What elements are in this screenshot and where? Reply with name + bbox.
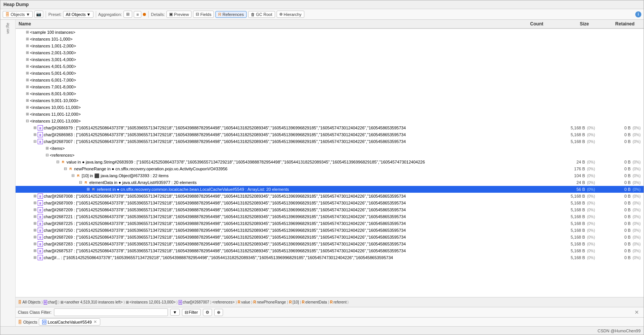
table-row[interactable]: ⊞ <items> <box>16 145 644 152</box>
table-row[interactable]: ⊞ II char[]#2687209 : ["1605142525086437… <box>16 206 644 213</box>
expand-icon[interactable]: ⊞ <box>32 207 38 212</box>
expand-icon[interactable]: ⊞ <box>25 64 30 69</box>
table-row[interactable]: ⊞ II char[]#2686979 : ["1605142525086437… <box>16 124 644 131</box>
bc-another[interactable]: ⊞ <another 4,519,310 instances left> <box>60 300 123 304</box>
bc-referent[interactable]: R referent <box>330 300 347 304</box>
table-row[interactable]: ⊟ R elementData in ● java.util.ArrayList… <box>16 179 644 186</box>
expand-icon[interactable]: ⊞ <box>25 43 30 49</box>
table-row[interactable]: ⊞ <instances 3,001-4,000> <box>16 56 644 63</box>
table-row-selected[interactable]: ⊞ R referent in ● cn.sffix.recovery.comm… <box>16 186 644 193</box>
table-row[interactable]: ⊟ <instances 12,001-13,000> <box>16 118 644 124</box>
table-row[interactable]: ⊞ II char[]#2686983 : ["1605142525086437… <box>16 131 644 138</box>
table-row[interactable]: ⊞ <instances 11,001-12,000> <box>16 111 644 118</box>
expand-icon[interactable]: ⊞ <box>85 187 91 192</box>
table-row[interactable]: ⊞ II char[]#2687269 : ["1605142525086437… <box>16 234 644 241</box>
table-row[interactable]: ⊞ <instances 10,001-11,000> <box>16 104 644 111</box>
expand-icon[interactable]: ⊞ <box>32 234 38 240</box>
table-row[interactable]: ⊟ R value in ● java.lang.String#2683939 … <box>16 159 644 165</box>
table-row[interactable]: ⊞ <instances 7,001-8,000> <box>16 83 644 90</box>
bc-new-phone-range[interactable]: R newPhoneRange <box>253 300 286 304</box>
snapshot-button[interactable]: 📷 <box>34 11 43 18</box>
collapse-icon[interactable]: ⊟ <box>70 173 76 178</box>
expand-icon[interactable]: ⊞ <box>25 84 30 90</box>
expand-icon[interactable]: ⊞ <box>25 91 30 96</box>
expand-icon[interactable]: ⊞ <box>32 193 38 199</box>
filter-config-btn[interactable]: ⚙ <box>203 309 212 316</box>
gc-root-button[interactable]: 🗑 GC Root <box>248 11 275 18</box>
expand-icon[interactable]: ⊞ <box>32 200 38 206</box>
objects-button[interactable]: 🗄 Objects ▼ <box>3 11 33 18</box>
expand-icon[interactable]: ⊞ <box>32 132 38 137</box>
collapse-icon[interactable]: ⊟ <box>25 118 30 124</box>
table-row[interactable]: ⊞ <instances 2,001-3,000> <box>16 49 644 56</box>
collapse-icon[interactable]: ⊟ <box>55 159 60 165</box>
expand-icon[interactable]: ⊞ <box>32 228 38 233</box>
table-row[interactable]: ⊞ II char[]#2687221 : ["1605142525086437… <box>16 213 644 220</box>
bc-element-data[interactable]: R elementData <box>302 300 327 304</box>
table-row[interactable]: ⊞ II char[]#2687283 : ["1605142525086437… <box>16 241 644 247</box>
info-button[interactable]: i <box>635 11 641 17</box>
class-filter-input[interactable] <box>54 308 168 316</box>
expand-icon[interactable]: ⊞ <box>25 98 30 103</box>
close-filter-btn[interactable]: ✕ <box>632 308 641 316</box>
collapse-icon[interactable]: ⊟ <box>44 153 50 158</box>
bc-10[interactable]: R [10] <box>289 300 299 304</box>
table-row[interactable]: ⊞ <instances 6,001-7,000> <box>16 77 644 83</box>
references-button[interactable]: R References <box>215 11 246 18</box>
filter-apply-btn[interactable]: ⊟ Filter <box>182 309 201 316</box>
expand-icon[interactable]: ⊞ <box>25 50 30 55</box>
table-row[interactable]: ⊞ II char[]#2687250 : ["1605142525086437… <box>16 227 644 234</box>
collapse-icon[interactable]: ⊟ <box>78 180 83 185</box>
bc-char[interactable]: II char[] <box>44 300 57 305</box>
table-row[interactable]: ⊞ <instances 1,001-2,000> <box>16 42 644 49</box>
bc-all-objects[interactable]: 🗄 All Objects <box>18 300 41 304</box>
table-row[interactable]: ⊞ II char[]#2687537 : ["1605142525086437… <box>16 247 644 254</box>
expand-icon[interactable]: ⊞ <box>25 30 30 35</box>
collapse-icon[interactable]: ⊟ <box>63 166 68 171</box>
expand-icon[interactable]: ⊞ <box>25 36 30 42</box>
table-row[interactable]: ⊟ R [10] in ⬛ java.lang.Object[]#673393 … <box>16 172 644 179</box>
bc-char-instance[interactable]: II char[]#2687007 <box>179 300 209 305</box>
tab-close-btn[interactable]: ✕ <box>93 319 97 324</box>
expand-icon[interactable]: ⊞ <box>25 77 30 83</box>
agg-list-button[interactable]: ≡ <box>134 11 141 18</box>
filter-extra-btn[interactable]: ⊕ <box>214 309 223 316</box>
expand-icon[interactable]: ⊞ <box>25 57 30 62</box>
table-row[interactable]: ⊞ II char[]#2687008 : ["1605142525086437… <box>16 193 644 200</box>
table-row[interactable]: ⊟ <references> <box>16 152 644 159</box>
bc-instances[interactable]: ⊞ <instances 12,001-13,000> <box>126 300 176 304</box>
expand-icon[interactable]: ⊞ <box>32 214 38 219</box>
header-retained: Retained <box>592 21 638 27</box>
hierarchy-button[interactable]: ⊕ Hierarchy <box>277 11 304 18</box>
expand-icon[interactable]: ⊞ <box>32 221 38 226</box>
local-cache-value-tab[interactable]: O LocalCacheValue#5549 ✕ <box>39 318 100 326</box>
table-row[interactable]: ⊞ <sample 100 instances> <box>16 29 644 36</box>
table-body[interactable]: ⊞ <sample 100 instances> ⊞ <instances 10… <box>16 29 644 297</box>
table-row[interactable]: ⊞ II char[]#... : ["1605142525086437378"… <box>16 254 644 261</box>
table-row[interactable]: ⊞ <instances 9,001-10,000> <box>16 97 644 104</box>
expand-icon[interactable]: ⊞ <box>25 105 30 110</box>
table-row[interactable]: ⊞ <instances 5,001-6,000> <box>16 70 644 77</box>
table-row[interactable]: ⊞ II char[]#2687225 : ["1605142525086437… <box>16 220 644 227</box>
filter-dropdown-btn[interactable]: ▼ <box>170 309 180 316</box>
preview-button[interactable]: ▣ Preview <box>166 11 191 18</box>
expand-icon[interactable]: ⊞ <box>32 248 38 253</box>
collapse-icon[interactable]: ⊟ <box>32 139 38 144</box>
table-row[interactable]: ⊞ <instances 8,001-9,000> <box>16 90 644 97</box>
expand-icon[interactable]: ⊞ <box>32 125 38 131</box>
preset-dropdown[interactable]: All Objects ▼ <box>63 11 93 18</box>
expand-icon[interactable]: ⊞ <box>32 241 38 247</box>
table-row[interactable]: ⊞ <instances 101-1,000> <box>16 36 644 42</box>
agg-table-button[interactable]: ⊞ <box>123 11 132 18</box>
expand-icon[interactable]: ⊞ <box>32 255 38 260</box>
table-row[interactable]: ⊞ <instances 4,001-5,000> <box>16 63 644 70</box>
table-row[interactable]: ⊞ II char[]#2687009 : ["1605142525086437… <box>16 200 644 206</box>
bc-references[interactable]: <references> <box>212 300 235 304</box>
expand-icon[interactable]: ⊞ <box>44 146 50 151</box>
bc-value[interactable]: R value <box>238 300 250 304</box>
table-row[interactable]: ⊟ R newPhoneRange in ● cn.sffix.recovery… <box>16 165 644 172</box>
expand-icon[interactable]: ⊞ <box>25 112 30 117</box>
fields-button[interactable]: ⊟ Fields <box>193 11 214 18</box>
expand-icon[interactable]: ⊞ <box>25 71 30 76</box>
table-row[interactable]: ⊟ II char[]#2687007 : ["1605142525086437… <box>16 138 644 145</box>
